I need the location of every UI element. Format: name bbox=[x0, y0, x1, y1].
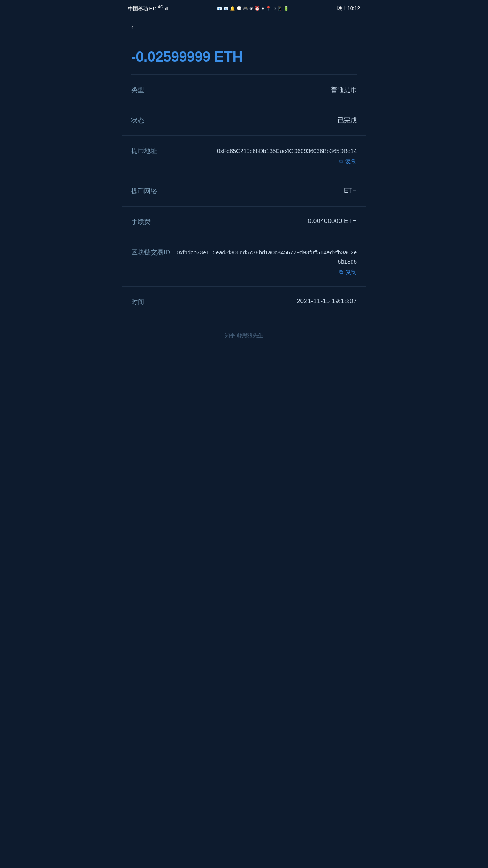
copy-label-address: 复制 bbox=[345, 158, 357, 165]
label-fee: 手续费 bbox=[131, 217, 157, 226]
address-block-address: 0xFe65C219c68Db135Cac4CD60936036Bb365DBe… bbox=[163, 146, 357, 165]
detail-row-txid: 区块链交易ID0xfbdcb73e165ead8f306dd5738bd1a0c… bbox=[122, 237, 366, 287]
copy-label-txid: 复制 bbox=[345, 268, 357, 276]
address-block-txid: 0xfbdcb73e165ead8f306dd5738bd1a0c8456729… bbox=[176, 248, 357, 276]
status-bar: 中国移动 HD 4Gull 📧 📧 🔔 💬 🎮 👁 ⏰ ✱ 📍 ☽ 📱 🔋 晚上… bbox=[122, 0, 366, 17]
detail-row-status: 状态已完成 bbox=[122, 105, 366, 136]
label-type: 类型 bbox=[131, 85, 150, 94]
status-icons: 📧 📧 🔔 💬 🎮 👁 ⏰ ✱ 📍 ☽ 📱 🔋 bbox=[217, 6, 289, 11]
detail-row-time: 时间2021-11-15 19:18:07 bbox=[122, 287, 366, 317]
value-address: 0xFe65C219c68Db135Cac4CD60936036Bb365DBe… bbox=[217, 146, 357, 156]
value-network: ETH bbox=[163, 187, 357, 194]
value-type: 普通提币 bbox=[150, 85, 357, 94]
detail-row-network: 提币网络ETH bbox=[122, 176, 366, 207]
time-display: 晚上10:12 bbox=[337, 5, 360, 12]
detail-row-fee: 手续费0.00400000 ETH bbox=[122, 207, 366, 237]
value-txid: 0xfbdcb73e165ead8f306dd5738bd1a0c8456729… bbox=[176, 248, 357, 266]
label-address: 提币地址 bbox=[131, 146, 163, 155]
label-network: 提币网络 bbox=[131, 187, 163, 196]
detail-row-address: 提币地址0xFe65C219c68Db135Cac4CD60936036Bb36… bbox=[122, 136, 366, 176]
detail-row-type: 类型普通提币 bbox=[122, 75, 366, 105]
copy-button-txid[interactable]: ⧉复制 bbox=[339, 268, 357, 276]
label-txid: 区块链交易ID bbox=[131, 248, 176, 257]
copy-icon-txid: ⧉ bbox=[339, 269, 343, 275]
carrier-text: 中国移动 HD 4Gull bbox=[128, 5, 168, 12]
value-time: 2021-11-15 19:18:07 bbox=[150, 297, 357, 305]
detail-rows: 类型普通提币状态已完成提币地址0xFe65C219c68Db135Cac4CD6… bbox=[122, 75, 366, 317]
copy-button-address[interactable]: ⧉复制 bbox=[339, 158, 357, 165]
amount-value: -0.02599999 ETH bbox=[131, 49, 357, 65]
back-button[interactable]: ← bbox=[130, 23, 138, 31]
label-status: 状态 bbox=[131, 116, 150, 125]
watermark: 知乎 @黑狼先生 bbox=[122, 317, 366, 347]
amount-section: -0.02599999 ETH bbox=[122, 37, 366, 74]
value-fee: 0.00400000 ETH bbox=[157, 217, 357, 225]
nav-bar: ← bbox=[122, 17, 366, 37]
label-time: 时间 bbox=[131, 297, 150, 306]
value-status: 已完成 bbox=[150, 116, 357, 125]
copy-icon-address: ⧉ bbox=[339, 158, 343, 165]
